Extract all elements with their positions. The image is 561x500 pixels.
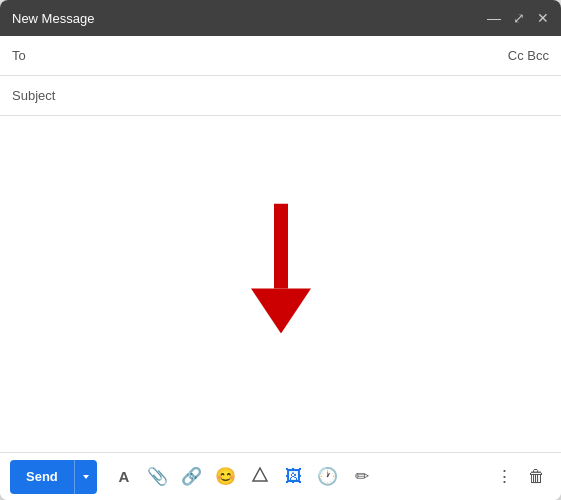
subject-input[interactable]: [62, 88, 549, 103]
more-options-button[interactable]: ⋮: [489, 462, 519, 492]
svg-marker-2: [83, 475, 89, 479]
minimize-button[interactable]: —: [487, 11, 501, 25]
format-text-button[interactable]: A: [109, 462, 139, 492]
message-body[interactable]: [0, 116, 561, 452]
attach-button[interactable]: 📎: [143, 462, 173, 492]
maximize-button[interactable]: ⤢: [513, 11, 525, 25]
toolbar: Send A 📎 🔗 😊 🖼: [0, 452, 561, 500]
chevron-down-icon: [81, 472, 91, 482]
photo-button[interactable]: 🖼: [279, 462, 309, 492]
fields-area: To Cc Bcc Subject: [0, 36, 561, 116]
link-icon: 🔗: [181, 466, 202, 487]
schedule-button[interactable]: 🕐: [313, 462, 343, 492]
signature-button[interactable]: ✏: [347, 462, 377, 492]
drive-icon: [251, 466, 269, 488]
send-button[interactable]: Send: [10, 460, 74, 494]
photo-icon: 🖼: [285, 467, 302, 487]
svg-marker-3: [253, 468, 267, 481]
emoji-icon: 😊: [215, 466, 236, 487]
signature-icon: ✏: [355, 466, 369, 487]
format-text-icon: A: [118, 468, 129, 485]
clock-icon: 🕐: [317, 466, 338, 487]
to-label: To: [12, 48, 62, 63]
attach-icon: 📎: [147, 466, 168, 487]
to-field-row: To Cc Bcc: [0, 36, 561, 76]
cc-bcc-button[interactable]: Cc Bcc: [508, 48, 549, 63]
delete-button[interactable]: 🗑: [521, 462, 551, 492]
emoji-button[interactable]: 😊: [211, 462, 241, 492]
more-options-icon: ⋮: [496, 466, 513, 487]
window-title: New Message: [12, 11, 94, 26]
link-button[interactable]: 🔗: [177, 462, 207, 492]
close-button[interactable]: ✕: [537, 11, 549, 25]
compose-window: New Message — ⤢ ✕ To Cc Bcc Subject: [0, 0, 561, 500]
toolbar-right: ⋮ 🗑: [489, 462, 551, 492]
trash-icon: 🗑: [528, 467, 545, 487]
send-button-group: Send: [10, 460, 97, 494]
drive-button[interactable]: [245, 462, 275, 492]
send-dropdown-button[interactable]: [74, 460, 97, 494]
title-bar: New Message — ⤢ ✕: [0, 0, 561, 36]
to-input[interactable]: [62, 48, 508, 63]
window-controls: — ⤢ ✕: [487, 11, 549, 25]
subject-label: Subject: [12, 88, 62, 103]
subject-field-row: Subject: [0, 76, 561, 116]
body-area: [0, 116, 561, 452]
